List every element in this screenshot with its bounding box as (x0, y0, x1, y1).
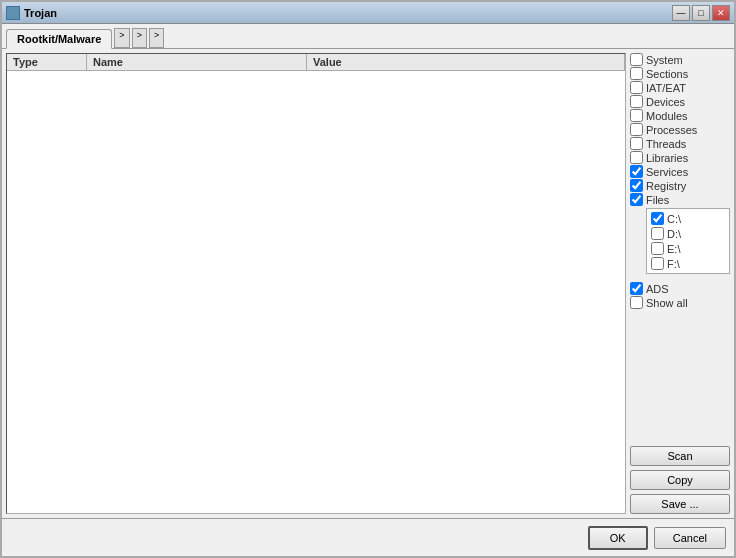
checkbox-libraries: Libraries (630, 151, 730, 164)
checkbox-drive-c: C:\ (651, 212, 725, 225)
checkbox-drive-d: D:\ (651, 227, 725, 240)
services-checkbox[interactable] (630, 165, 643, 178)
drive-f-label: F:\ (667, 258, 680, 270)
tab-nav-3[interactable]: > (149, 28, 164, 48)
checkbox-files: Files (630, 193, 730, 206)
checkbox-services: Services (630, 165, 730, 178)
drive-d-checkbox[interactable] (651, 227, 664, 240)
threads-label: Threads (646, 138, 686, 150)
drive-d-label: D:\ (667, 228, 681, 240)
registry-checkbox[interactable] (630, 179, 643, 192)
ok-button[interactable]: OK (588, 526, 648, 550)
drive-list: C:\ D:\ E:\ F:\ (646, 208, 730, 274)
devices-label: Devices (646, 96, 685, 108)
column-name: Name (87, 54, 307, 70)
minimize-button[interactable]: — (672, 5, 690, 21)
tab-bar: Rootkit/Malware > > > (2, 24, 734, 49)
title-bar: Trojan — □ ✕ (2, 2, 734, 24)
drive-f-checkbox[interactable] (651, 257, 664, 270)
checkbox-show-all: Show all (630, 296, 730, 309)
window-title: Trojan (24, 7, 57, 19)
services-label: Services (646, 166, 688, 178)
tab-rootkit-malware[interactable]: Rootkit/Malware (6, 29, 112, 49)
window-controls: — □ ✕ (672, 5, 730, 21)
libraries-label: Libraries (646, 152, 688, 164)
checkbox-threads: Threads (630, 137, 730, 150)
column-value: Value (307, 54, 625, 70)
threads-checkbox[interactable] (630, 137, 643, 150)
save-button[interactable]: Save ... (630, 494, 730, 514)
main-window: Trojan — □ ✕ Rootkit/Malware > > > Type … (0, 0, 736, 558)
drive-c-checkbox[interactable] (651, 212, 664, 225)
drive-e-checkbox[interactable] (651, 242, 664, 255)
sections-checkbox[interactable] (630, 67, 643, 80)
checkbox-processes: Processes (630, 123, 730, 136)
checkbox-drive-f: F:\ (651, 257, 725, 270)
checkbox-system: System (630, 53, 730, 66)
action-buttons: Scan Copy Save ... (630, 446, 730, 514)
registry-label: Registry (646, 180, 686, 192)
app-icon (6, 6, 20, 20)
table-header: Type Name Value (7, 54, 625, 71)
ads-label: ADS (646, 283, 669, 295)
main-content: Type Name Value System Sections (2, 49, 734, 518)
bottom-bar: OK Cancel (2, 518, 734, 556)
devices-checkbox[interactable] (630, 95, 643, 108)
close-button[interactable]: ✕ (712, 5, 730, 21)
right-panel: System Sections IAT/EAT Devices (630, 53, 730, 514)
system-checkbox[interactable] (630, 53, 643, 66)
drive-e-label: E:\ (667, 243, 680, 255)
column-type: Type (7, 54, 87, 70)
files-checkbox[interactable] (630, 193, 643, 206)
cancel-button[interactable]: Cancel (654, 527, 726, 549)
iat-eat-label: IAT/EAT (646, 82, 686, 94)
tab-nav-1[interactable]: > (114, 28, 129, 48)
sections-label: Sections (646, 68, 688, 80)
tab-nav-2[interactable]: > (132, 28, 147, 48)
checkbox-iat-eat: IAT/EAT (630, 81, 730, 94)
copy-button[interactable]: Copy (630, 470, 730, 490)
table-body (7, 71, 625, 513)
divider (630, 275, 730, 281)
processes-label: Processes (646, 124, 697, 136)
maximize-button[interactable]: □ (692, 5, 710, 21)
checkbox-ads: ADS (630, 282, 730, 295)
drive-c-label: C:\ (667, 213, 681, 225)
checkbox-devices: Devices (630, 95, 730, 108)
checkbox-registry: Registry (630, 179, 730, 192)
scan-options: System Sections IAT/EAT Devices (630, 53, 730, 309)
ads-checkbox[interactable] (630, 282, 643, 295)
checkbox-sections: Sections (630, 67, 730, 80)
modules-label: Modules (646, 110, 688, 122)
results-table: Type Name Value (6, 53, 626, 514)
system-label: System (646, 54, 683, 66)
show-all-checkbox[interactable] (630, 296, 643, 309)
checkbox-drive-e: E:\ (651, 242, 725, 255)
libraries-checkbox[interactable] (630, 151, 643, 164)
iat-eat-checkbox[interactable] (630, 81, 643, 94)
show-all-label: Show all (646, 297, 688, 309)
content-area: Rootkit/Malware > > > Type Name Value (2, 24, 734, 518)
files-label: Files (646, 194, 669, 206)
modules-checkbox[interactable] (630, 109, 643, 122)
scan-button[interactable]: Scan (630, 446, 730, 466)
checkbox-modules: Modules (630, 109, 730, 122)
processes-checkbox[interactable] (630, 123, 643, 136)
